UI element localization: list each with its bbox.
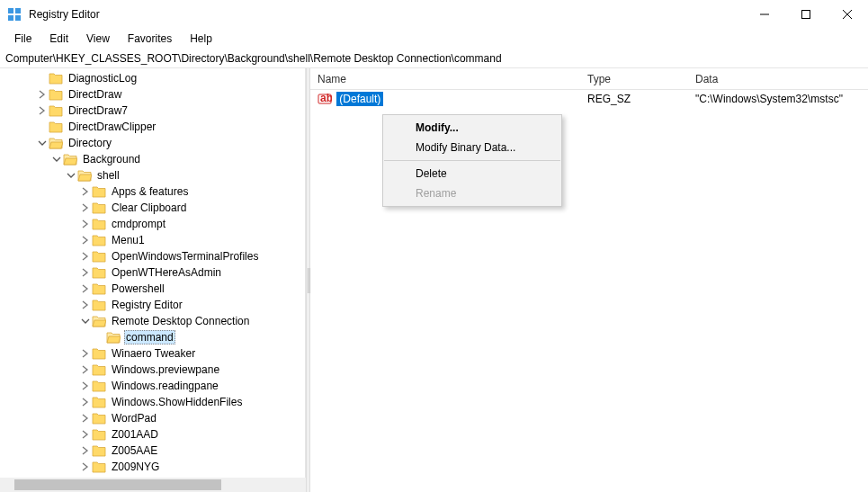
tree-node-label: shell	[95, 169, 121, 182]
value-type-cell: REG_SZ	[580, 93, 688, 105]
expander-icon[interactable]	[79, 282, 92, 295]
tree-node[interactable]: Windows.readingpane	[0, 378, 305, 394]
folder-icon	[92, 201, 106, 214]
expander-icon[interactable]	[79, 201, 92, 214]
tree-node[interactable]: DirectDrawClipper	[0, 119, 305, 135]
svg-rect-2	[8, 15, 13, 21]
menubar: File Edit View Favorites Help	[0, 29, 868, 49]
menu-favorites[interactable]: Favorites	[121, 31, 179, 47]
tree-pane[interactable]: DiagnosticLog DirectDraw DirectDraw7 Dir…	[0, 68, 306, 492]
expander-icon[interactable]	[79, 315, 92, 327]
titlebar: Registry Editor	[0, 0, 868, 29]
tree-node-label: Directory	[67, 137, 113, 149]
horizontal-scrollbar[interactable]	[0, 478, 306, 492]
expander-icon[interactable]	[79, 412, 92, 425]
tree-node[interactable]: cmdprompt	[0, 216, 305, 232]
expander-icon[interactable]	[50, 153, 63, 165]
column-header-type[interactable]: Type	[580, 73, 688, 85]
folder-icon	[92, 461, 106, 473]
expander-icon[interactable]	[79, 266, 92, 279]
tree-node[interactable]: Clear Clipboard	[0, 200, 305, 216]
tree-node-label: Z001AAD	[110, 428, 160, 441]
tree-node[interactable]: DirectDraw	[0, 86, 305, 103]
expander-icon[interactable]	[36, 121, 49, 133]
tree-node[interactable]: DirectDraw7	[0, 103, 305, 119]
expander-icon[interactable]	[36, 72, 49, 85]
tree-node[interactable]: Background	[0, 151, 305, 167]
tree-node-label: DirectDrawClipper	[67, 121, 157, 133]
menu-view[interactable]: View	[79, 31, 117, 47]
expander-icon[interactable]	[79, 396, 92, 408]
list-header: Name Type Data	[310, 68, 868, 90]
folder-icon	[49, 104, 63, 117]
expander-icon[interactable]	[36, 137, 49, 149]
tree-node[interactable]: Directory	[0, 135, 305, 151]
expander-icon[interactable]	[79, 185, 92, 198]
expander-icon[interactable]	[65, 169, 77, 182]
tree-node-label: Powershell	[110, 282, 166, 295]
menu-help[interactable]: Help	[183, 31, 219, 47]
tree-node[interactable]: OpenWTHereAsAdmin	[0, 264, 305, 281]
expander-icon[interactable]	[36, 88, 49, 101]
expander-icon[interactable]	[79, 444, 92, 457]
context-menu-delete[interactable]: Delete	[383, 164, 561, 183]
tree-node[interactable]: Remote Desktop Connection	[0, 313, 305, 329]
folder-icon	[92, 363, 106, 376]
expander-icon[interactable]	[94, 331, 106, 344]
svg-rect-1	[15, 8, 21, 13]
list-row[interactable]: ab (Default) REG_SZ "C:\Windows\System32…	[310, 90, 868, 108]
tree-node[interactable]: Apps & features	[0, 183, 305, 200]
tree-node[interactable]: Menu1	[0, 232, 305, 248]
close-button[interactable]	[827, 0, 868, 29]
folder-icon	[92, 266, 106, 279]
tree-node[interactable]: Z001AAD	[0, 426, 305, 443]
tree-node[interactable]: WordPad	[0, 410, 305, 426]
expander-icon[interactable]	[79, 363, 92, 376]
tree-node-label: Remote Desktop Connection	[110, 315, 251, 327]
column-header-name[interactable]: Name	[310, 73, 580, 85]
tree-node[interactable]: command	[0, 329, 305, 345]
tree-node[interactable]: Registry Editor	[0, 297, 305, 313]
context-menu-modify-binary[interactable]: Modify Binary Data...	[383, 138, 561, 157]
context-menu-modify[interactable]: Modify...	[383, 118, 561, 138]
maximize-button[interactable]	[785, 0, 827, 29]
tree-node[interactable]: Windows.previewpane	[0, 362, 305, 378]
column-header-data[interactable]: Data	[688, 73, 868, 85]
folder-icon	[92, 282, 106, 295]
window-title: Registry Editor	[29, 8, 744, 21]
menu-file[interactable]: File	[7, 31, 39, 47]
expander-icon[interactable]	[79, 218, 92, 230]
tree-node[interactable]: Windows.ShowHiddenFiles	[0, 394, 305, 410]
folder-icon	[92, 444, 106, 457]
expander-icon[interactable]	[79, 428, 92, 441]
expander-icon[interactable]	[79, 299, 92, 311]
tree-node[interactable]: Winaero Tweaker	[0, 345, 305, 362]
tree-node-label: Windows.previewpane	[110, 363, 221, 376]
tree-node[interactable]: Z005AAE	[0, 443, 305, 459]
expander-icon[interactable]	[79, 250, 92, 263]
tree-node-label: Windows.readingpane	[110, 380, 220, 392]
address-text: Computer\HKEY_CLASSES_ROOT\Directory\Bac…	[5, 52, 502, 65]
scrollbar-thumb[interactable]	[14, 479, 221, 490]
folder-icon	[49, 137, 63, 149]
tree-node[interactable]: DiagnosticLog	[0, 70, 305, 86]
tree-node-label: OpenWTHereAsAdmin	[110, 266, 223, 279]
context-menu: Modify... Modify Binary Data... Delete R…	[382, 114, 562, 207]
window-controls	[744, 0, 868, 29]
expander-icon[interactable]	[36, 104, 49, 117]
value-name: (Default)	[336, 92, 383, 106]
tree-node[interactable]: OpenWindowsTerminalProfiles	[0, 248, 305, 264]
expander-icon[interactable]	[79, 461, 92, 473]
expander-icon[interactable]	[79, 234, 92, 246]
menu-edit[interactable]: Edit	[42, 31, 76, 47]
tree-node[interactable]: Powershell	[0, 281, 305, 297]
address-bar[interactable]: Computer\HKEY_CLASSES_ROOT\Directory\Bac…	[0, 49, 868, 68]
tree-node[interactable]: Z009NYG	[0, 459, 305, 475]
string-value-icon: ab	[318, 92, 332, 106]
tree-node[interactable]: shell	[0, 167, 305, 183]
folder-icon	[49, 121, 63, 133]
folder-icon	[92, 234, 106, 246]
expander-icon[interactable]	[79, 380, 92, 392]
minimize-button[interactable]	[744, 0, 785, 29]
expander-icon[interactable]	[79, 347, 92, 360]
